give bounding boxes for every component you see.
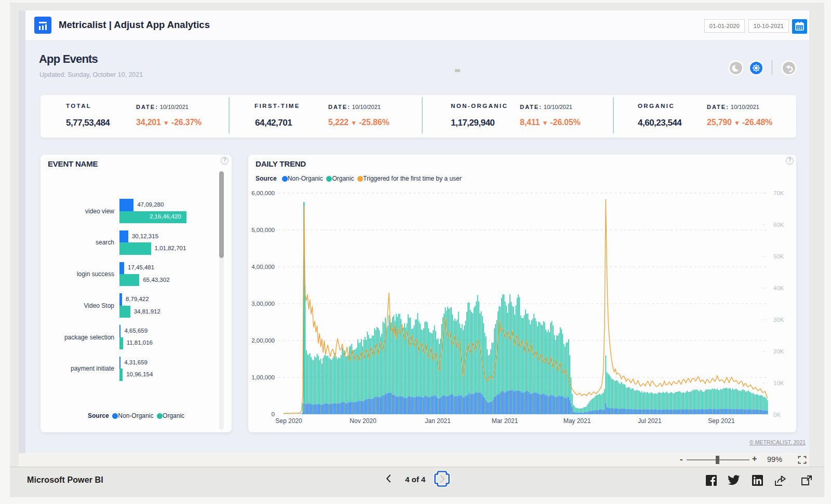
svg-text:4,00,000: 4,00,000 <box>251 264 275 270</box>
svg-text:Jul 2021: Jul 2021 <box>638 417 662 425</box>
svg-text:Sep 2021: Sep 2021 <box>708 417 735 425</box>
svg-text:50K: 50K <box>773 253 784 260</box>
svg-text:6,00,000: 6,00,000 <box>251 190 275 196</box>
svg-text:5,00,000: 5,00,000 <box>251 227 275 233</box>
svg-text:3,00,000: 3,00,000 <box>251 301 275 307</box>
svg-text:0K: 0K <box>773 412 781 418</box>
svg-text:Nov 2020: Nov 2020 <box>350 417 377 425</box>
svg-text:Sep 2020: Sep 2020 <box>275 417 302 425</box>
svg-text:Mar 2021: Mar 2021 <box>492 417 518 425</box>
svg-text:Jan 2021: Jan 2021 <box>425 417 451 425</box>
svg-text:70K: 70K <box>773 190 784 196</box>
svg-text:1,00,000: 1,00,000 <box>251 374 275 380</box>
svg-text:20K: 20K <box>773 348 784 355</box>
svg-text:40K: 40K <box>773 285 784 291</box>
svg-text:60K: 60K <box>773 222 784 228</box>
svg-text:2,00,000: 2,00,000 <box>251 337 275 344</box>
svg-text:10K: 10K <box>773 380 784 386</box>
svg-text:May 2021: May 2021 <box>564 417 591 425</box>
svg-text:30K: 30K <box>773 317 784 323</box>
svg-text:0: 0 <box>272 411 275 417</box>
